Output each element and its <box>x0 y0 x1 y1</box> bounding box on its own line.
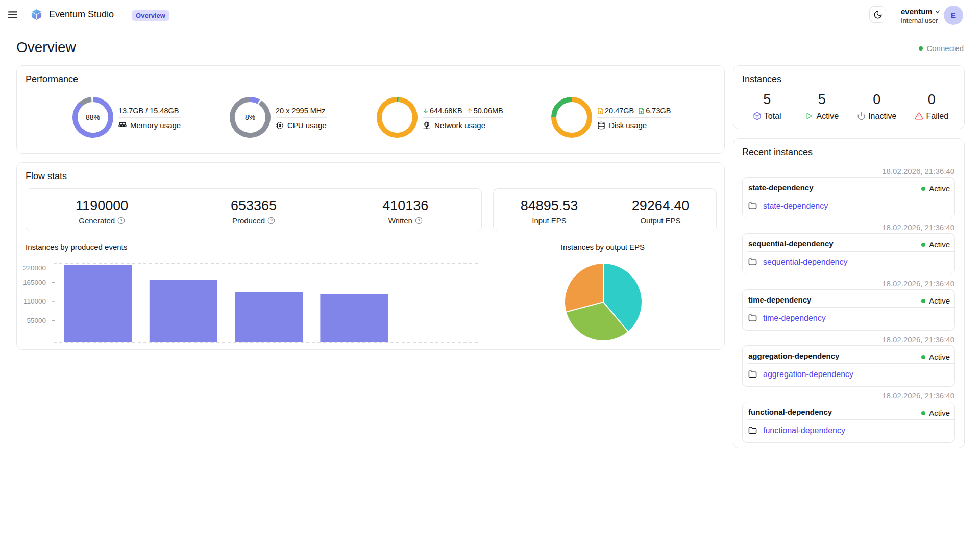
svg-text:55000: 55000 <box>27 317 46 324</box>
svg-text:220000: 220000 <box>23 264 46 272</box>
svg-text:110000: 110000 <box>23 297 46 305</box>
svg-text:165000: 165000 <box>23 279 46 286</box>
